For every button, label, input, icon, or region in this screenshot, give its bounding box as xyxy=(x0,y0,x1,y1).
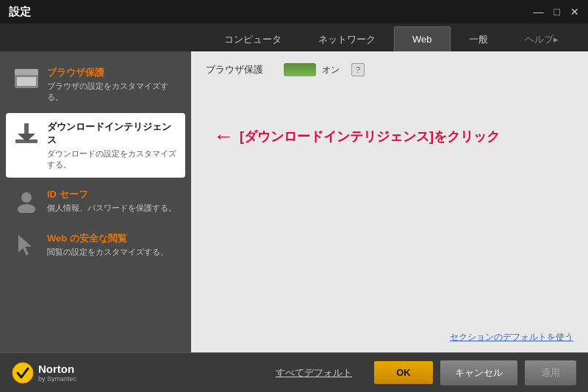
toggle-state-label: オン xyxy=(322,64,340,76)
footer: Norton by Symantec すべてデフォルト OK キャンセル 適用 xyxy=(0,352,588,392)
norton-logo-text: Norton by Symantec xyxy=(38,363,76,382)
annotation-arrow: ← xyxy=(213,125,234,148)
browser-icon xyxy=(13,66,40,92)
browser-protection-text: ブラウザ保護 ブラウザの設定をカスタマイズする。 xyxy=(47,66,178,103)
annotation-text: [ダウンロードインテリジェンス]をクリック xyxy=(240,128,500,145)
browser-protection-row: ブラウザ保護 オン ? xyxy=(206,63,573,76)
tab-computer[interactable]: コンピュータ xyxy=(206,26,300,51)
sidebar-item-download-intelligence[interactable]: ダウンロードインテリジェンス ダウンロードの設定をカスタマイズする。 xyxy=(6,113,185,178)
sidebar-item-browser-protection[interactable]: ブラウザ保護 ブラウザの設定をカスタマイズする。 xyxy=(6,59,185,110)
id-safe-desc: 個人情報、パスワードを保護する。 xyxy=(47,203,176,214)
download-intelligence-desc: ダウンロードの設定をカスタマイズする。 xyxy=(47,148,178,170)
download-intelligence-text: ダウンロードインテリジェンス ダウンロードの設定をカスタマイズする。 xyxy=(47,120,178,170)
window-title: 設定 xyxy=(6,5,31,19)
svg-point-7 xyxy=(18,204,35,213)
minimize-button[interactable]: — xyxy=(531,6,547,18)
main-content: ブラウザ保護 ブラウザの設定をカスタマイズする。 ダウンロードインテリジェンス … xyxy=(0,51,588,352)
id-safe-text: ID セーフ 個人情報、パスワードを保護する。 xyxy=(47,188,176,214)
sidebar-item-id-safe[interactable]: ID セーフ 個人情報、パスワードを保護する。 xyxy=(6,181,185,222)
norton-name: Norton xyxy=(38,363,76,375)
window-controls: — □ ✕ xyxy=(531,6,582,18)
svg-rect-2 xyxy=(17,77,36,86)
norton-sub: by Symantec xyxy=(38,375,76,382)
id-safe-title: ID セーフ xyxy=(47,188,176,201)
settings-window: 設定 — □ ✕ コンピュータ ネットワーク Web 一般 ヘルプ▸ xyxy=(0,0,588,392)
toggle-container: オン xyxy=(284,63,340,76)
browser-protection-title: ブラウザ保護 xyxy=(47,66,178,79)
apply-button[interactable]: 適用 xyxy=(525,360,576,385)
help-icon-button[interactable]: ? xyxy=(351,63,365,76)
titlebar: 設定 — □ ✕ xyxy=(0,0,588,23)
tab-network[interactable]: ネットワーク xyxy=(300,26,394,51)
sidebar-item-web-safe[interactable]: Web の安全な閲覧 閲覧の設定をカスタマイズする。 xyxy=(6,225,185,266)
content-area: ブラウザ保護 オン ? ← [ダウンロードインテリジェンス]をクリック セクショ… xyxy=(191,51,588,352)
web-safe-desc: 閲覧の設定をカスタマイズする。 xyxy=(47,247,168,258)
toggle-bar[interactable] xyxy=(284,63,316,76)
download-intelligence-title: ダウンロードインテリジェンス xyxy=(47,120,178,147)
svg-marker-8 xyxy=(18,235,32,255)
ok-button[interactable]: OK xyxy=(374,361,433,384)
web-safe-text: Web の安全な閲覧 閲覧の設定をカスタマイズする。 xyxy=(47,232,168,258)
cancel-button[interactable]: キャンセル xyxy=(440,360,517,385)
close-button[interactable]: ✕ xyxy=(567,6,582,18)
annotation-overlay: ← [ダウンロードインテリジェンス]をクリック xyxy=(213,125,500,148)
norton-logo: Norton by Symantec xyxy=(12,362,76,384)
web-safe-title: Web の安全な閲覧 xyxy=(47,232,168,245)
svg-rect-1 xyxy=(15,69,38,75)
svg-point-9 xyxy=(12,363,33,383)
section-default-link[interactable]: セクションのデフォルトを使う xyxy=(450,331,573,344)
cursor-icon xyxy=(13,232,40,258)
tab-web[interactable]: Web xyxy=(394,26,451,51)
browser-protection-content-label: ブラウザ保護 xyxy=(206,63,272,76)
tab-bar: コンピュータ ネットワーク Web 一般 ヘルプ▸ xyxy=(0,23,588,51)
maximize-button[interactable]: □ xyxy=(551,6,563,18)
svg-rect-4 xyxy=(24,123,29,135)
id-safe-icon xyxy=(13,188,40,214)
tab-help[interactable]: ヘルプ▸ xyxy=(506,26,577,51)
svg-point-6 xyxy=(21,192,32,203)
tab-general[interactable]: 一般 xyxy=(451,26,506,51)
browser-protection-desc: ブラウザの設定をカスタマイズする。 xyxy=(47,81,178,103)
default-button[interactable]: すべてデフォルト xyxy=(261,360,367,385)
download-icon xyxy=(13,120,40,147)
sidebar: ブラウザ保護 ブラウザの設定をカスタマイズする。 ダウンロードインテリジェンス … xyxy=(0,51,191,352)
